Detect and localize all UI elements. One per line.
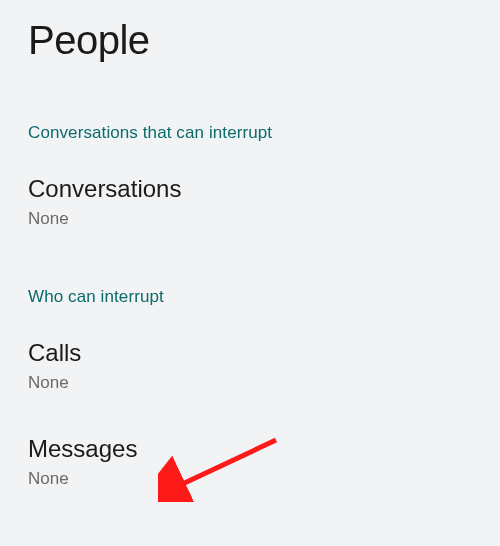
section-header-conversations: Conversations that can interrupt xyxy=(28,123,472,143)
setting-title: Conversations xyxy=(28,175,472,203)
setting-value: None xyxy=(28,373,472,393)
page-title: People xyxy=(28,0,472,63)
setting-value: None xyxy=(28,209,472,229)
setting-conversations[interactable]: Conversations None xyxy=(28,175,472,229)
setting-title: Messages xyxy=(28,435,472,463)
setting-value: None xyxy=(28,469,472,489)
settings-page: People Conversations that can interrupt … xyxy=(0,0,500,489)
setting-messages[interactable]: Messages None xyxy=(28,435,472,489)
section-header-who-can-interrupt: Who can interrupt xyxy=(28,287,472,307)
setting-title: Calls xyxy=(28,339,472,367)
setting-calls[interactable]: Calls None xyxy=(28,339,472,393)
